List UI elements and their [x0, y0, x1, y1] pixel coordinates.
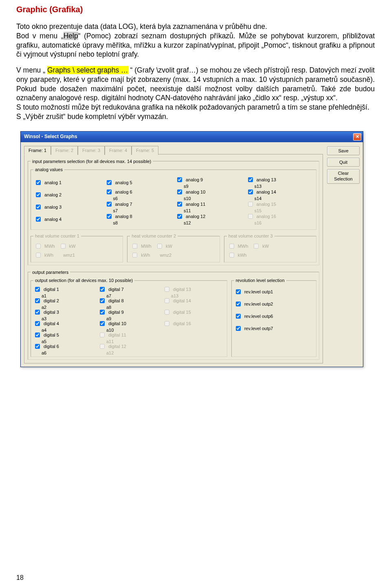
- tab-frame-4[interactable]: Frame: 4: [105, 146, 132, 155]
- digital-checkbox[interactable]: digital 6: [33, 343, 95, 350]
- help-highlight: Help: [64, 32, 78, 40]
- hv3-legend: heat volume counter 3: [227, 233, 275, 239]
- analog-checkbox[interactable]: analog 10: [176, 188, 242, 196]
- close-button[interactable]: ✕: [353, 133, 361, 141]
- revolution-level-legend: revolution level selection: [234, 277, 286, 283]
- hv1-kw-checkbox: kW: [59, 242, 76, 250]
- analog-label: analog 14: [257, 189, 276, 195]
- doc-heading: Graphic (Grafika): [16, 4, 375, 15]
- dialog-title: Winsol - Select Graphs: [24, 134, 77, 140]
- analog-checkbox[interactable]: analog 3: [34, 203, 101, 211]
- digital-checkbox[interactable]: digital 1: [33, 286, 95, 293]
- analog-checkbox[interactable]: analog 12: [176, 213, 242, 220]
- hv3-kwh-checkbox: kWh: [228, 251, 313, 259]
- rev-level-checkbox[interactable]: rev.level outp7: [234, 322, 314, 335]
- digital-label: digital 4: [44, 321, 59, 326]
- rev-level-checkbox[interactable]: rev.level outp2: [234, 298, 314, 310]
- digital-checkbox: digital 16: [163, 320, 224, 327]
- tab-frame-1[interactable]: Frame: 1: [24, 146, 51, 155]
- analog-label: analog 10: [186, 189, 205, 195]
- digital-label: digital 3: [44, 309, 59, 315]
- digital-checkbox[interactable]: digital 7: [98, 286, 160, 293]
- analog-checkbox[interactable]: analog 6: [105, 188, 172, 196]
- revolution-level-fieldset: revolution level selection rev.level out…: [231, 277, 316, 357]
- digital-sublabel: a6: [33, 350, 95, 356]
- hv2-mwh-checkbox: MWh: [131, 242, 152, 250]
- tab-frame-5[interactable]: Frame: 5: [132, 146, 158, 155]
- heat-volume-3-fieldset: heat volume counter 3 MWh kW kWh: [224, 233, 316, 262]
- digital-checkbox[interactable]: digital 10: [98, 320, 160, 327]
- hv2-kwh-checkbox: kWh wmz2: [131, 251, 216, 259]
- digital-checkbox[interactable]: digital 9: [98, 308, 160, 316]
- input-params-fieldset: input parameters selection (for all devi…: [28, 159, 319, 265]
- digital-checkbox: digital 14: [163, 297, 224, 304]
- analog-label: analog 15: [257, 201, 276, 207]
- analog-checkbox[interactable]: analog 5: [105, 179, 172, 186]
- rev-level-checkbox[interactable]: rev.level outp1: [234, 286, 314, 298]
- digital-checkbox[interactable]: digital 5: [33, 331, 95, 339]
- analog-checkbox[interactable]: analog 13: [246, 176, 313, 183]
- analog-sublabel: s8: [105, 220, 172, 226]
- analog-values-fieldset: analog values analog 1analog 5analog 9s9…: [31, 167, 316, 230]
- tab-frame-3[interactable]: Frame: 3: [78, 146, 105, 155]
- clear-selection-button[interactable]: Clear Selection: [327, 169, 360, 184]
- digital-checkbox: digital 15: [163, 308, 224, 316]
- analog-checkbox: analog 15: [246, 200, 313, 208]
- digital-checkbox: digital 13: [163, 286, 224, 293]
- hv3-mwh-checkbox: MWh: [228, 242, 248, 250]
- analog-checkbox[interactable]: analog 2: [34, 191, 101, 198]
- digital-label: digital 16: [173, 321, 191, 326]
- tab-frame-2[interactable]: Frame: 2: [51, 146, 78, 155]
- rev-level-label: rev.level outp7: [244, 326, 273, 331]
- analog-checkbox[interactable]: analog 4: [34, 216, 101, 223]
- analog-label: analog 5: [115, 180, 132, 185]
- digital-checkbox[interactable]: digital 2: [33, 297, 95, 304]
- digital-label: digital 14: [173, 298, 191, 304]
- digital-label: digital 8: [108, 298, 124, 304]
- hv2-kw-checkbox: kW: [156, 242, 172, 250]
- doc-para-5: S „Výběr zrušit“ bude kompletní výběr vy…: [16, 112, 168, 121]
- hv1-kwh-checkbox: kWh wmz1: [34, 251, 119, 259]
- heat-volume-1-fieldset: heat volume counter 1 MWh kW kWh wmz1: [31, 233, 123, 262]
- analog-label: analog 16: [257, 214, 276, 219]
- digital-checkbox[interactable]: digital 3: [33, 308, 95, 316]
- analog-label: analog 11: [186, 201, 205, 207]
- output-selection-legend: output selection (for all devices max. 1…: [33, 277, 134, 283]
- analog-label: analog 13: [257, 177, 276, 183]
- digital-label: digital 1: [44, 286, 59, 292]
- analog-checkbox[interactable]: analog 14: [246, 188, 313, 196]
- digital-label: digital 15: [173, 309, 191, 315]
- hv1-legend: heat volume counter 1: [33, 233, 81, 239]
- page-number: 18: [16, 574, 24, 582]
- digital-sublabel: a12: [98, 350, 160, 356]
- doc-para-3: V menu „ Graphs \ select graphs … “ (Gra…: [16, 66, 375, 121]
- digital-label: digital 6: [44, 344, 59, 349]
- rev-level-label: rev.level outp2: [244, 301, 273, 307]
- analog-checkbox[interactable]: analog 11: [176, 200, 242, 208]
- analog-checkbox[interactable]: analog 1: [34, 179, 101, 186]
- analog-checkbox[interactable]: analog 9: [176, 176, 242, 183]
- rev-level-checkbox[interactable]: rev.level outp6: [234, 310, 314, 322]
- heat-volume-2-fieldset: heat volume counter 2 MWh kW kWh wmz2: [127, 233, 220, 262]
- digital-checkbox: digital 11: [98, 331, 160, 339]
- hv2-legend: heat volume counter 2: [130, 233, 178, 239]
- analog-checkbox[interactable]: analog 8: [105, 213, 172, 220]
- digital-checkbox[interactable]: digital 8: [98, 297, 160, 304]
- digital-label: digital 10: [108, 321, 126, 326]
- analog-label: analog 6: [115, 189, 132, 195]
- digital-label: digital 5: [44, 332, 59, 338]
- digital-label: digital 7: [108, 286, 124, 292]
- digital-label: digital 11: [108, 332, 126, 338]
- doc-para-4: S touto možností může být redukována gra…: [16, 103, 369, 111]
- analog-checkbox[interactable]: analog 7: [105, 200, 172, 208]
- dialog-titlebar[interactable]: Winsol - Select Graphs ✕: [21, 132, 363, 142]
- analog-checkbox: analog 16: [246, 213, 313, 220]
- select-graphs-dialog: Winsol - Select Graphs ✕ Frame: 1 Frame:…: [20, 131, 363, 368]
- digital-checkbox[interactable]: digital 4: [33, 320, 95, 327]
- quit-button[interactable]: Quit: [327, 158, 360, 167]
- analog-label: analog 7: [115, 201, 132, 207]
- hv1-mwh-checkbox: MWh: [34, 242, 55, 250]
- tab-pane: input parameters selection (for all devi…: [24, 154, 323, 363]
- save-button[interactable]: Save: [327, 146, 360, 155]
- frame-tabs: Frame: 1 Frame: 2 Frame: 3 Frame: 4 Fram…: [24, 145, 323, 154]
